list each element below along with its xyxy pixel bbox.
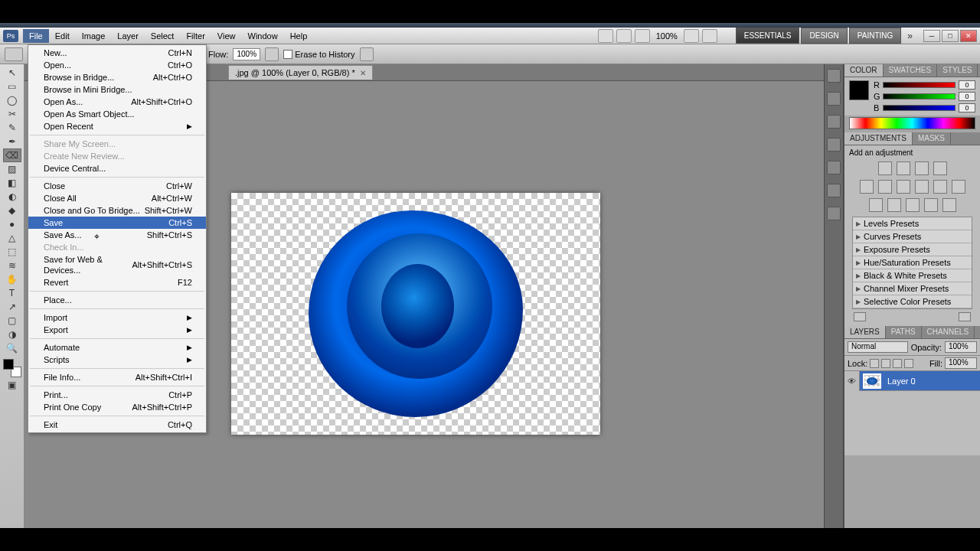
fg-bg-colors[interactable] xyxy=(3,359,21,377)
layer-thumbnail[interactable] xyxy=(863,373,881,389)
lock-trans-icon[interactable] xyxy=(870,359,879,368)
b-value[interactable]: 0 xyxy=(959,103,975,112)
file-menu-open-as-smart-object[interactable]: Open As Smart Object... xyxy=(28,108,206,120)
adj-return-icon[interactable] xyxy=(854,312,866,321)
opacity-input[interactable]: 100% xyxy=(945,341,977,353)
menu-help[interactable]: Help xyxy=(284,29,314,43)
file-menu-exit[interactable]: ExitCtrl+Q xyxy=(28,419,206,431)
file-menu-save[interactable]: SaveCtrl+S xyxy=(28,217,206,229)
r-value[interactable]: 0 xyxy=(959,80,975,90)
menu-file[interactable]: File xyxy=(23,29,49,43)
tab-styles[interactable]: STYLES xyxy=(937,64,978,77)
view-extras-icon[interactable] xyxy=(635,29,650,43)
dock-clone-icon[interactable] xyxy=(827,138,841,152)
tool-17[interactable]: ↗ xyxy=(3,300,21,314)
screen-mode-icon[interactable] xyxy=(598,29,613,43)
tool-11[interactable]: ● xyxy=(3,217,21,231)
chevrons-icon[interactable]: » xyxy=(901,31,919,41)
file-menu-automate[interactable]: Automate▶ xyxy=(28,341,206,354)
color-spectrum[interactable] xyxy=(849,117,975,129)
tool-13[interactable]: ⬚ xyxy=(3,245,21,259)
file-menu-save-as[interactable]: Save As...Shift+Ctrl+S⌖ xyxy=(28,229,206,241)
tool-7[interactable]: ▨ xyxy=(3,162,21,176)
adj-vibrance-icon[interactable] xyxy=(860,180,874,194)
file-menu-close[interactable]: CloseCtrl+W xyxy=(28,180,206,192)
file-menu-new[interactable]: New...Ctrl+N xyxy=(28,47,206,59)
file-menu-close-and-go-to-bridge[interactable]: Close and Go To Bridge...Shift+Ctrl+W xyxy=(28,204,206,217)
menu-window[interactable]: Window xyxy=(242,29,284,43)
workspace-essentials[interactable]: ESSENTIALS xyxy=(736,28,800,44)
file-menu-scripts[interactable]: Scripts▶ xyxy=(28,354,206,366)
menu-view[interactable]: View xyxy=(211,29,242,43)
tablet-pressure-icon[interactable] xyxy=(360,47,374,61)
tab-masks[interactable]: MASKS xyxy=(913,132,951,145)
adj-poster-icon[interactable] xyxy=(887,198,901,212)
tool-4[interactable]: ✎ xyxy=(3,121,21,135)
preset-row[interactable]: ▶Selective Color Presets xyxy=(853,295,972,308)
minimize-button[interactable]: ─ xyxy=(923,30,940,42)
dock-char-icon[interactable] xyxy=(827,161,841,174)
flow-input[interactable] xyxy=(233,48,260,60)
blend-mode-select[interactable]: Normal xyxy=(848,341,908,353)
tool-0[interactable]: ↖ xyxy=(3,66,21,80)
menu-layer[interactable]: Layer xyxy=(111,29,145,43)
file-menu-open-as[interactable]: Open As...Alt+Shift+Ctrl+O xyxy=(28,96,206,108)
airbrush-icon[interactable] xyxy=(265,47,279,61)
screen-mode-2-icon[interactable] xyxy=(702,29,717,43)
maximize-button[interactable]: □ xyxy=(942,30,959,42)
g-slider[interactable] xyxy=(883,93,956,99)
tool-20[interactable]: 🔍 xyxy=(3,341,21,355)
adj-thresh-icon[interactable] xyxy=(906,198,920,212)
tool-19[interactable]: ◑ xyxy=(3,328,21,341)
adj-brightness-icon[interactable] xyxy=(878,161,892,175)
layer-name[interactable]: Layer 0 xyxy=(884,377,916,386)
fill-input[interactable]: 100% xyxy=(945,357,977,369)
foreground-swatch[interactable] xyxy=(849,80,869,100)
preset-row[interactable]: ▶Black & White Presets xyxy=(853,269,972,282)
lock-pixels-icon[interactable] xyxy=(881,359,890,368)
close-button[interactable]: ✕ xyxy=(960,30,977,42)
tool-preset-icon[interactable] xyxy=(5,47,23,61)
workspace-design[interactable]: DESIGN xyxy=(801,28,847,44)
file-menu-browse-in-bridge[interactable]: Browse in Bridge...Alt+Ctrl+O xyxy=(28,71,206,83)
file-menu-close-all[interactable]: Close AllAlt+Ctrl+W xyxy=(28,192,206,204)
file-menu-save-for-web-devices[interactable]: Save for Web & Devices...Alt+Shift+Ctrl+… xyxy=(28,253,206,276)
file-menu-import[interactable]: Import▶ xyxy=(28,311,206,324)
arrange-docs-icon[interactable] xyxy=(684,29,699,43)
tool-10[interactable]: ◆ xyxy=(3,204,21,217)
dock-brush-icon[interactable] xyxy=(827,115,841,129)
file-menu-print[interactable]: Print...Ctrl+P xyxy=(28,389,206,401)
lock-all-icon[interactable] xyxy=(904,359,913,368)
dock-nav-icon[interactable] xyxy=(827,207,841,220)
dock-actions-icon[interactable] xyxy=(827,92,841,106)
file-menu-place[interactable]: Place... xyxy=(28,294,206,306)
tool-2[interactable]: ◯ xyxy=(3,93,21,107)
b-slider[interactable] xyxy=(883,105,956,111)
dock-history-icon[interactable] xyxy=(827,69,841,83)
zoom-level[interactable]: 100% xyxy=(652,31,682,41)
tool-18[interactable]: ▢ xyxy=(3,314,21,328)
tool-3[interactable]: ✂ xyxy=(3,107,21,121)
launch-bridge-icon[interactable] xyxy=(616,29,632,43)
canvas[interactable] xyxy=(231,193,600,435)
tool-14[interactable]: ≋ xyxy=(3,259,21,272)
adj-bw-icon[interactable] xyxy=(915,180,929,194)
tool-9[interactable]: ◐ xyxy=(3,190,21,204)
tool-16[interactable]: T xyxy=(3,286,21,300)
adj-trash-icon[interactable] xyxy=(959,312,971,321)
file-menu-device-central[interactable]: Device Central... xyxy=(28,162,206,174)
doc-close-icon[interactable]: ✕ xyxy=(360,69,366,77)
tab-layers[interactable]: LAYERS xyxy=(844,326,886,338)
tool-12[interactable]: △ xyxy=(3,231,21,245)
quickmask-icon[interactable]: ▣ xyxy=(3,378,21,392)
lock-pos-icon[interactable] xyxy=(893,359,902,368)
erase-history-checkbox[interactable] xyxy=(283,50,292,59)
file-menu-browse-in-mini-bridge[interactable]: Browse in Mini Bridge... xyxy=(28,83,206,96)
menu-edit[interactable]: Edit xyxy=(49,29,76,43)
layer-visibility-icon[interactable]: 👁 xyxy=(844,371,860,391)
adj-hue-icon[interactable] xyxy=(878,180,892,194)
preset-row[interactable]: ▶Hue/Saturation Presets xyxy=(853,256,972,269)
workspace-painting[interactable]: PAINTING xyxy=(849,28,901,44)
file-menu-file-info[interactable]: File Info...Alt+Shift+Ctrl+I xyxy=(28,371,206,383)
adj-gradmap-icon[interactable] xyxy=(924,198,938,212)
